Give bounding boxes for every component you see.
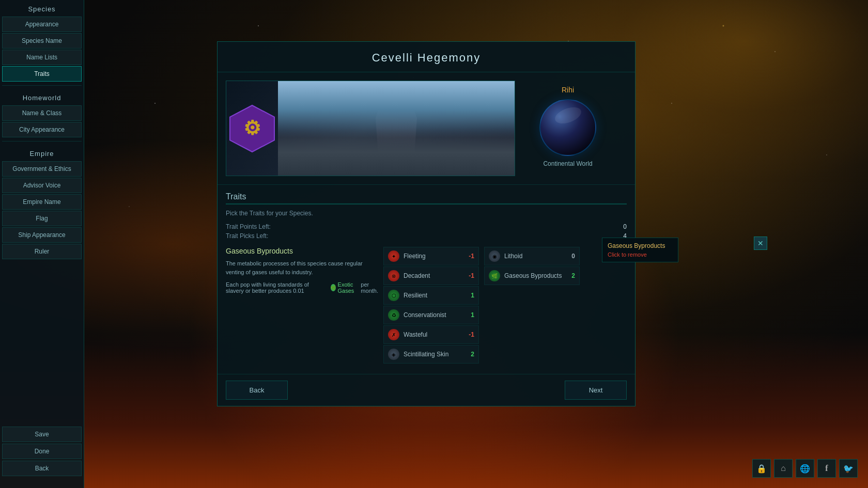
- available-traits-list: ✦ Fleeting -1 ⊗ Decadent -1 ⬡ Resilient …: [383, 247, 479, 364]
- hex-emblem: ⚙: [226, 103, 278, 154]
- sidebar: Species Appearance Species Name Name Lis…: [0, 0, 84, 488]
- next-button[interactable]: Next: [565, 381, 627, 400]
- home-icon: ⌂: [781, 464, 786, 473]
- decadent-name: Decadent: [404, 272, 464, 279]
- gas-resource-icon: 🌿: [331, 284, 336, 291]
- gaseous-byproducts-cost: 2: [571, 272, 575, 279]
- conservationist-icon: ♻: [388, 309, 399, 321]
- back-button[interactable]: Back: [226, 381, 288, 400]
- resilient-icon: ⬡: [388, 290, 399, 301]
- trait-item-resilient[interactable]: ⬡ Resilient 1: [383, 286, 479, 305]
- traits-subtitle: Pick the Traits for your Species.: [226, 210, 627, 217]
- tooltip-trait-name: Gaseous Byproducts: [608, 242, 673, 249]
- trait-points-row: Trait Points Left: 0: [226, 223, 627, 230]
- sidebar-back-button[interactable]: Back: [2, 461, 82, 476]
- lithoid-cost: 0: [571, 253, 575, 260]
- twitter-icon: 🐦: [843, 464, 854, 474]
- bottom-icons-bar: 🔒 ⌂ 🌐 f 🐦: [752, 459, 858, 478]
- traits-section: Traits Pick the Traits for your Species.…: [218, 185, 635, 371]
- trait-item-fleeting[interactable]: ✦ Fleeting -1: [383, 247, 479, 265]
- twitter-icon-btn[interactable]: 🐦: [839, 459, 858, 478]
- trait-item-decadent[interactable]: ⊗ Decadent -1: [383, 266, 479, 285]
- trait-picks-row: Trait Picks Left: 4: [226, 232, 627, 240]
- trait-item-scintillating-skin[interactable]: ◈ Scintillating Skin 2: [383, 345, 479, 364]
- scintillating-cost: 2: [471, 351, 474, 358]
- planet-name: Rihi: [562, 86, 574, 94]
- fleeting-icon: ✦: [388, 250, 399, 262]
- resource-name: Exotic Gases: [338, 281, 359, 294]
- preview-area: ⚙ Rihi Continental World: [218, 72, 635, 185]
- hex-shape-svg: ⚙: [226, 103, 278, 154]
- traits-divider: [226, 203, 627, 204]
- lithoid-icon: ◉: [489, 250, 500, 262]
- species-art: [278, 81, 515, 176]
- planet-type: Continental World: [543, 160, 592, 167]
- tooltip-action: Click to remove: [608, 251, 673, 258]
- facebook-icon-btn[interactable]: f: [817, 459, 836, 478]
- trait-item-wasteful[interactable]: ✗ Wasteful -1: [383, 325, 479, 344]
- fleeting-cost: -1: [469, 253, 474, 260]
- decadent-cost: -1: [469, 272, 474, 279]
- home-icon-btn[interactable]: ⌂: [774, 459, 793, 478]
- trait-description-box: Gaseous Byproducts The metabolic process…: [226, 247, 378, 364]
- sidebar-item-empire-name[interactable]: Empire Name: [2, 194, 82, 210]
- sidebar-item-government-ethics[interactable]: Government & Ethics: [2, 161, 82, 177]
- sidebar-item-advisor-voice[interactable]: Advisor Voice: [2, 178, 82, 193]
- trait-item-conservationist[interactable]: ♻ Conservationist 1: [383, 306, 479, 324]
- sidebar-bottom: Save Done Back: [0, 426, 84, 488]
- sidebar-item-flag[interactable]: Flag: [2, 211, 82, 226]
- sidebar-item-name-lists[interactable]: Name Lists: [2, 50, 82, 65]
- conservationist-name: Conservationist: [404, 311, 467, 319]
- sidebar-section-empire: Empire: [0, 145, 84, 161]
- sidebar-item-name-class[interactable]: Name & Class: [2, 105, 82, 121]
- trait-points-value: 0: [623, 223, 627, 230]
- facebook-icon: f: [825, 464, 828, 473]
- gaseous-byproducts-name: Gaseous Byproducts: [504, 272, 567, 279]
- selected-trait-lithoid[interactable]: ◉ Lithoid 0: [484, 247, 580, 265]
- lock-icon-btn[interactable]: 🔒: [752, 459, 771, 478]
- selected-traits-list: ◉ Lithoid 0 🌿 Gaseous Byproducts 2: [484, 247, 580, 364]
- wasteful-icon: ✗: [388, 329, 399, 340]
- wasteful-name: Wasteful: [404, 331, 464, 338]
- resilient-name: Resilient: [404, 292, 467, 299]
- sidebar-item-ship-appearance[interactable]: Ship Appearance: [2, 227, 82, 243]
- svg-text:⚙: ⚙: [243, 117, 261, 139]
- sidebar-item-traits[interactable]: Traits: [2, 66, 82, 82]
- resource-suffix: per month.: [361, 281, 378, 294]
- sidebar-item-appearance[interactable]: Appearance: [2, 17, 82, 32]
- dialog-footer: Back Next: [218, 374, 635, 406]
- trait-points-label: Trait Points Left:: [226, 223, 271, 230]
- trait-resource-line: Each pop with living standards of slaver…: [226, 281, 378, 294]
- planet-sphere: [539, 99, 596, 156]
- traits-title: Traits: [226, 192, 627, 201]
- resilient-cost: 1: [471, 292, 474, 299]
- scintillating-icon: ◈: [388, 349, 399, 360]
- wasteful-cost: -1: [469, 331, 474, 338]
- trait-bonus-prefix: Each pop with living standards of slaver…: [226, 281, 329, 294]
- gaseous-byproducts-icon: 🌿: [489, 270, 500, 281]
- sidebar-section-species: Species: [0, 0, 84, 16]
- sidebar-section-homeworld: Homeworld: [0, 89, 84, 105]
- sidebar-save-button[interactable]: Save: [2, 427, 82, 442]
- globe-icon-btn[interactable]: 🌐: [796, 459, 814, 478]
- traits-content: Gaseous Byproducts The metabolic process…: [226, 247, 627, 364]
- trait-picks-label: Trait Picks Left:: [226, 232, 268, 240]
- sidebar-item-ruler[interactable]: Ruler: [2, 244, 82, 259]
- species-preview: ⚙: [226, 81, 515, 176]
- trait-desc-text: The metabolic processes of this species …: [226, 259, 378, 276]
- sidebar-done-button[interactable]: Done: [2, 444, 82, 459]
- sidebar-item-species-name[interactable]: Species Name: [2, 33, 82, 49]
- main-dialog: Cevelli Hegemony ⚙ Rih: [217, 41, 636, 406]
- fleeting-name: Fleeting: [404, 253, 464, 260]
- close-button[interactable]: ✕: [754, 237, 767, 250]
- lithoid-name: Lithoid: [504, 253, 567, 260]
- selected-trait-gaseous-byproducts[interactable]: 🌿 Gaseous Byproducts 2: [484, 266, 580, 285]
- planet-panel: Rihi Continental World: [521, 81, 614, 176]
- conservationist-cost: 1: [471, 311, 474, 319]
- scintillating-name: Scintillating Skin: [404, 351, 467, 358]
- lock-icon: 🔒: [756, 464, 767, 474]
- sidebar-item-city-appearance[interactable]: City Appearance: [2, 122, 82, 137]
- decadent-icon: ⊗: [388, 270, 399, 281]
- sidebar-divider-2: [2, 141, 82, 141]
- sidebar-divider-1: [2, 85, 82, 86]
